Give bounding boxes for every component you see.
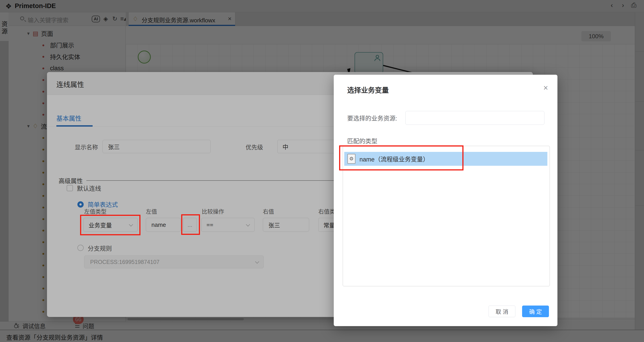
cancel-button[interactable]: 取 消: [488, 306, 516, 317]
annotation-pick-variable-button: [181, 214, 200, 235]
modal-close-icon[interactable]: ×: [543, 83, 548, 92]
ok-button[interactable]: 确 定: [522, 306, 549, 317]
select-business-variable-modal: 选择业务变量 × 要选择的业务资源: 匹配的类型 ⚙ name（流程级业务变量）…: [334, 75, 558, 326]
modal-title: 选择业务变量: [347, 84, 389, 94]
matched-types-label: 匹配的类型: [347, 136, 377, 145]
primeton-ide-window: ❖ Primeton-IDE ‹ › ⎙ 资源 输入关键字搜索 AI ◈ ↻ ≡…: [0, 0, 644, 342]
annotation-left-type-select: [80, 215, 140, 235]
annotation-list-item: [339, 146, 464, 170]
business-resource-input[interactable]: [405, 111, 544, 125]
business-resource-label: 要选择的业务资源:: [347, 114, 397, 122]
